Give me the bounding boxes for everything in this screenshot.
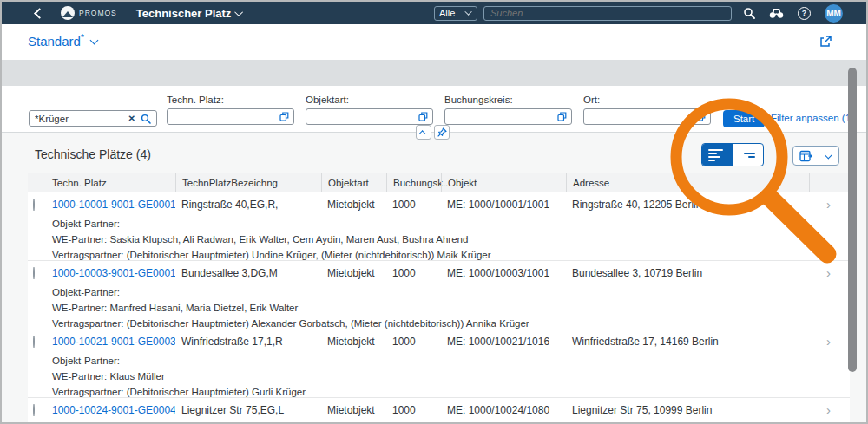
cell-objekt: ME: 1000/10001/1001 bbox=[441, 199, 566, 211]
row-nav-chevron-icon[interactable]: › bbox=[809, 403, 850, 416]
global-search-box bbox=[483, 6, 732, 21]
collapse-filterbar-button[interactable] bbox=[416, 125, 431, 140]
help-glyph: ? bbox=[802, 9, 807, 17]
cell-objektart: Mietobjekt bbox=[321, 404, 386, 416]
detail-view-toggle-button[interactable] bbox=[702, 144, 733, 166]
app-root: { "colors": { "accent": "#0a6ed1", "shel… bbox=[0, 0, 868, 424]
row-radio-button[interactable] bbox=[33, 267, 35, 279]
search-scope-select[interactable]: Alle bbox=[434, 6, 477, 21]
functional-locations-table: Techn. Platz TechnPlatzBezeichng Objekta… bbox=[28, 173, 850, 422]
cell-objektart: Mietobjekt bbox=[321, 336, 386, 348]
techn-platz-link[interactable]: 1000-10003-9001-GE0001-1001 bbox=[52, 267, 175, 279]
we-partner-line: WE-Partner: Saskia Klupsch, Ali Radwan, … bbox=[52, 232, 850, 247]
adapt-filters-link[interactable]: Filter anpassen (1) bbox=[771, 113, 854, 123]
col-header-objekt[interactable]: Objekt bbox=[441, 173, 566, 192]
pin-filterbar-button[interactable] bbox=[434, 125, 450, 140]
row-radio-button[interactable] bbox=[33, 199, 35, 211]
we-partner-line: WE-Partner: Manfred Hasani, Maria Dietze… bbox=[52, 300, 850, 316]
chevron-up-icon bbox=[418, 130, 425, 137]
row-partner-lines: Objekt-Partner: WE-Partner: Saskia Klups… bbox=[52, 216, 850, 261]
cell-objekt: ME: 1000/10024/1080 bbox=[441, 404, 566, 416]
help-icon[interactable]: ? bbox=[798, 7, 811, 20]
row-nav-chevron-icon[interactable]: › bbox=[809, 335, 850, 348]
row-nav-chevron-icon[interactable]: › bbox=[809, 266, 850, 279]
filter-field-buchungskreis: Buchungskreis: bbox=[444, 95, 572, 125]
search-icon[interactable] bbox=[743, 7, 755, 19]
objekt-partner-line: Objekt-Partner: bbox=[52, 353, 850, 369]
objekt-partner-line: Objekt-Partner: bbox=[52, 216, 850, 232]
value-help-icon[interactable] bbox=[279, 112, 289, 121]
techn-platz-link[interactable]: 1000-10001-9001-GE0001-1001 bbox=[52, 199, 175, 211]
cell-objekt: ME: 1000/10003/1001 bbox=[441, 267, 566, 279]
value-help-icon[interactable] bbox=[696, 112, 706, 121]
start-button[interactable]: Start bbox=[723, 110, 765, 127]
cell-buchungskreis: 1000 bbox=[386, 404, 441, 416]
techn-platz-link[interactable]: 1000-10021-9001-GE0003-1016 bbox=[52, 336, 175, 348]
cell-buchungskreis: 1000 bbox=[386, 199, 441, 211]
filter-input-ort[interactable] bbox=[583, 108, 711, 125]
filter-field-objektart: Objektart: bbox=[306, 95, 433, 125]
table-row[interactable]: 1000-10021-9001-GE0003-1016 Winfriedstra… bbox=[28, 329, 850, 398]
row-radio-button[interactable] bbox=[33, 404, 35, 416]
list-view-toggle-button[interactable] bbox=[733, 144, 763, 166]
cell-adresse: Winfriedstraße 17, 14169 Berlin bbox=[566, 336, 809, 348]
col-header-techn-platz[interactable]: Techn. Platz bbox=[52, 173, 175, 192]
filter-input-buchungskreis[interactable] bbox=[444, 108, 572, 125]
filter-field-techn-platz: Techn. Platz: bbox=[167, 95, 294, 125]
table-row[interactable]: 1000-10024-9001-GE0004-1080 Liegnitzer S… bbox=[28, 398, 850, 422]
table-header-row: Techn. Platz TechnPlatzBezeichng Objekta… bbox=[28, 173, 850, 192]
col-header-bezeichnung[interactable]: TechnPlatzBezeichng bbox=[175, 173, 321, 192]
row-nav-chevron-icon[interactable]: › bbox=[809, 198, 850, 211]
vertical-scrollbar[interactable] bbox=[848, 68, 857, 372]
chevron-down-icon bbox=[464, 8, 471, 15]
cell-bezeichnung: Ringstraße 40,EG,R, bbox=[175, 199, 321, 211]
cell-adresse: Ringstraße 40, 12205 Berlin bbox=[566, 199, 809, 211]
cell-buchungskreis: 1000 bbox=[386, 336, 441, 348]
chevron-down-icon bbox=[234, 8, 243, 16]
filter-label: Ort: bbox=[583, 95, 711, 105]
binoculars-icon[interactable] bbox=[769, 7, 784, 19]
table-row-main: 1000-10003-9001-GE0001-1001 Bundesallee … bbox=[28, 261, 850, 284]
techn-platz-link[interactable]: 1000-10024-9001-GE0004-1080 bbox=[52, 404, 175, 416]
clear-icon[interactable]: ✕ bbox=[128, 114, 135, 123]
value-help-icon[interactable] bbox=[557, 112, 567, 121]
global-search-input[interactable] bbox=[490, 8, 725, 18]
cell-bezeichnung: Bundesallee 3,DG,M bbox=[175, 267, 321, 279]
variant-dirty-marker: * bbox=[81, 33, 84, 42]
table-row-main: 1000-10024-9001-GE0004-1080 Liegnitzer S… bbox=[28, 398, 850, 421]
col-header-objektart[interactable]: Objektart bbox=[321, 173, 386, 192]
row-partner-lines: Objekt-Partner: bbox=[52, 421, 850, 422]
vertragspartner-line: Vertragspartner: (Debitorischer Hauptmie… bbox=[52, 384, 850, 398]
search-icon[interactable] bbox=[141, 114, 151, 124]
row-radio-button[interactable] bbox=[33, 336, 35, 348]
table-row[interactable]: 1000-10001-9001-GE0001-1001 Ringstraße 4… bbox=[28, 192, 850, 261]
value-help-icon[interactable] bbox=[418, 112, 428, 121]
cell-buchungskreis: 1000 bbox=[386, 267, 441, 279]
row-partner-lines: Objekt-Partner: WE-Partner: Klaus Müller… bbox=[52, 353, 850, 398]
cell-objektart: Mietobjekt bbox=[321, 267, 386, 279]
filter-input-techn-platz[interactable] bbox=[167, 108, 294, 125]
col-header-adresse[interactable]: Adresse bbox=[566, 173, 809, 192]
avatar-initials: MM bbox=[826, 9, 841, 18]
table-row[interactable]: 1000-10003-9001-GE0001-1001 Bundesallee … bbox=[28, 261, 850, 329]
export-button[interactable] bbox=[793, 147, 819, 165]
filter-label: Buchungskreis: bbox=[444, 95, 572, 105]
app-title-menu[interactable]: Technischer Platz bbox=[136, 7, 244, 20]
user-avatar[interactable]: MM bbox=[825, 4, 843, 23]
export-menu-button[interactable] bbox=[819, 147, 838, 165]
page-divider-band bbox=[2, 60, 866, 86]
header-select-col bbox=[28, 173, 52, 192]
table-rows: 1000-10001-9001-GE0001-1001 Ringstraße 4… bbox=[28, 192, 850, 422]
back-icon[interactable] bbox=[33, 8, 43, 18]
app-title: Technischer Platz bbox=[136, 7, 232, 20]
col-header-buchungskreis[interactable]: Buchungsk... bbox=[386, 173, 441, 192]
variant-selector[interactable]: Standard* bbox=[28, 33, 97, 49]
basic-search-input[interactable] bbox=[35, 114, 123, 124]
content-area: Technische Plätze (4) Techn. Platz bbox=[2, 133, 866, 422]
table-title: Technische Plätze (4) bbox=[35, 147, 151, 161]
objekt-partner-line: Objekt-Partner: bbox=[52, 421, 850, 422]
shell-icons: ? MM bbox=[743, 4, 843, 23]
share-icon[interactable] bbox=[819, 35, 832, 49]
filter-input-objektart[interactable] bbox=[306, 108, 433, 125]
vertragspartner-line: Vertragspartner: (Debitorischer Hauptmie… bbox=[52, 316, 850, 329]
